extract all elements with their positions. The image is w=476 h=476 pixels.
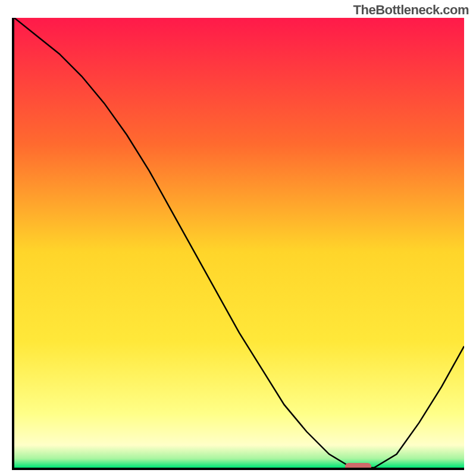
curve-path <box>14 18 464 468</box>
chart-plot-area <box>12 18 464 470</box>
bottleneck-curve <box>14 18 464 468</box>
optimal-point-marker <box>345 463 371 470</box>
watermark-text: TheBottleneck.com <box>353 2 469 18</box>
